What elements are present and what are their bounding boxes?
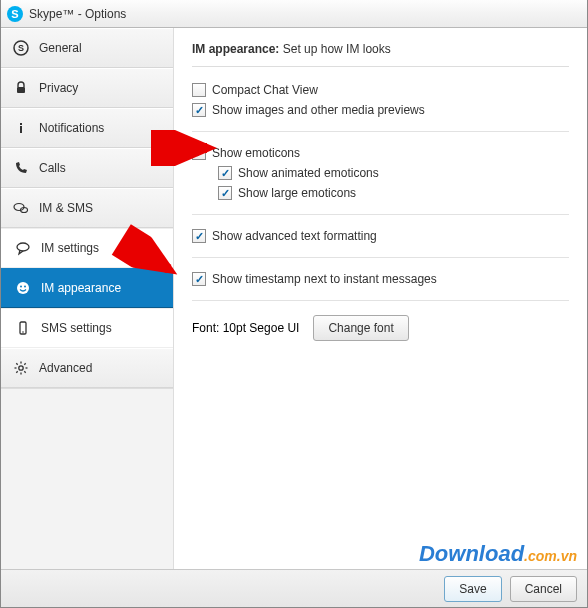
font-label: Font: 10pt Segoe UI (192, 321, 299, 335)
option-label: Show advanced text formatting (212, 229, 377, 243)
svg-line-18 (16, 363, 17, 364)
options-sidebar: S General Privacy Notifications Calls (1, 28, 173, 569)
option-compact-chat[interactable]: Compact Chat View (192, 83, 569, 97)
titlebar: S Skype™ - Options (1, 0, 587, 28)
svg-point-8 (17, 282, 29, 294)
sidebar-item-advanced[interactable]: Advanced (1, 348, 173, 388)
sidebar-item-label: IM & SMS (39, 201, 93, 215)
sidebar-item-im-appearance[interactable]: IM appearance (1, 268, 173, 308)
svg-line-19 (24, 371, 25, 372)
option-media-previews[interactable]: Show images and other media previews (192, 103, 569, 117)
checkbox-icon (192, 83, 206, 97)
section-divider (192, 214, 569, 215)
checkbox-icon (192, 272, 206, 286)
svg-line-20 (16, 371, 17, 372)
sidebar-item-privacy[interactable]: Privacy (1, 68, 173, 108)
gear-icon (13, 360, 29, 376)
heading-bold: IM appearance: (192, 42, 279, 56)
sidebar-item-im-sms[interactable]: IM & SMS (1, 188, 173, 228)
option-label: Show emoticons (212, 146, 300, 160)
svg-text:S: S (18, 43, 24, 53)
mobile-icon (15, 320, 31, 336)
skype-icon: S (13, 40, 29, 56)
chat-bubble-icon (15, 240, 31, 256)
checkbox-icon (192, 229, 206, 243)
sidebar-item-im-settings[interactable]: IM settings (1, 228, 173, 268)
checkbox-icon (218, 166, 232, 180)
window-title: Skype™ - Options (29, 7, 126, 21)
option-label: Show timestamp next to instant messages (212, 272, 437, 286)
option-show-emoticons[interactable]: Show emoticons (192, 146, 569, 160)
option-advanced-formatting[interactable]: Show advanced text formatting (192, 229, 569, 243)
lock-icon (13, 80, 29, 96)
content-panel: IM appearance: Set up how IM looks Compa… (173, 28, 587, 569)
heading-rest: Set up how IM looks (279, 42, 390, 56)
svg-rect-3 (20, 123, 22, 125)
option-animated-emoticons[interactable]: Show animated emoticons (218, 166, 569, 180)
sidebar-item-sms-settings[interactable]: SMS settings (1, 308, 173, 348)
sidebar-item-label: Calls (39, 161, 66, 175)
skype-logo-icon: S (7, 6, 23, 22)
phone-icon (13, 160, 29, 176)
font-row: Font: 10pt Segoe UI Change font (192, 315, 569, 341)
svg-point-13 (19, 366, 23, 370)
sidebar-item-label: General (39, 41, 82, 55)
sidebar-item-general[interactable]: S General (1, 28, 173, 68)
svg-point-7 (17, 243, 29, 251)
dialog-footer: Save Cancel (1, 569, 587, 607)
sidebar-item-label: Privacy (39, 81, 78, 95)
change-font-button[interactable]: Change font (313, 315, 408, 341)
section-divider (192, 131, 569, 132)
sidebar-item-label: IM appearance (41, 281, 121, 295)
svg-line-21 (24, 363, 25, 364)
sidebar-fill (1, 388, 173, 569)
svg-point-12 (22, 331, 24, 333)
sidebar-item-label: IM settings (41, 241, 99, 255)
info-icon (13, 120, 29, 136)
sidebar-item-label: SMS settings (41, 321, 112, 335)
save-button[interactable]: Save (444, 576, 501, 602)
section-divider (192, 300, 569, 301)
svg-point-5 (14, 204, 24, 211)
heading-divider (192, 66, 569, 67)
option-label: Show large emoticons (238, 186, 356, 200)
checkbox-icon (192, 103, 206, 117)
content-heading: IM appearance: Set up how IM looks (192, 42, 569, 56)
sidebar-item-calls[interactable]: Calls (1, 148, 173, 188)
main-area: S General Privacy Notifications Calls (1, 28, 587, 569)
sidebar-item-label: Advanced (39, 361, 92, 375)
section-divider (192, 257, 569, 258)
option-label: Compact Chat View (212, 83, 318, 97)
smiley-icon (15, 280, 31, 296)
cancel-button[interactable]: Cancel (510, 576, 577, 602)
svg-rect-4 (20, 126, 22, 133)
option-large-emoticons[interactable]: Show large emoticons (218, 186, 569, 200)
option-label: Show images and other media previews (212, 103, 425, 117)
option-label: Show animated emoticons (238, 166, 379, 180)
sidebar-item-notifications[interactable]: Notifications (1, 108, 173, 148)
sidebar-item-label: Notifications (39, 121, 104, 135)
svg-point-10 (24, 286, 26, 288)
svg-point-9 (20, 286, 22, 288)
svg-rect-2 (17, 87, 25, 93)
chat-bubbles-icon (13, 200, 29, 216)
option-show-timestamp[interactable]: Show timestamp next to instant messages (192, 272, 569, 286)
checkbox-icon (218, 186, 232, 200)
checkbox-icon (192, 146, 206, 160)
